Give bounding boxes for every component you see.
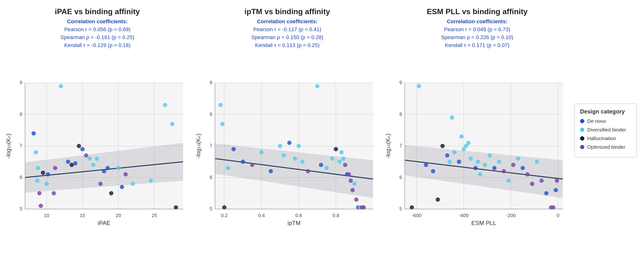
data-point <box>52 191 56 195</box>
y-tick-esmpll: 8 <box>400 112 402 117</box>
data-point <box>417 84 421 88</box>
data-point <box>555 178 559 183</box>
data-point <box>66 159 70 164</box>
data-point <box>457 159 461 164</box>
data-point <box>241 159 245 164</box>
chart-wrapper-esmpll: ESM PLL vs binding affinityCorrelation c… <box>382 5 572 256</box>
data-point <box>334 147 338 151</box>
data-point <box>84 153 88 158</box>
data-point <box>88 156 92 161</box>
data-point <box>337 159 342 164</box>
plot-area-esmpll: -600-400-200056789ESM PLL-log₁₀(Kₙ) <box>383 52 571 254</box>
data-point <box>106 166 110 170</box>
plot-area-iptm: 0.20.40.60.856789ipTM-log₁₀(Kₙ) <box>194 52 381 254</box>
data-point <box>319 163 323 167</box>
corr-line-ipae: Spearman ρ = -0.161 (p = 0.25) <box>60 34 134 40</box>
y-label-iptm: -log₁₀(Kₙ) <box>195 134 202 159</box>
corr-line-ipae: Pearson r = 0.056 (p = 0.69) <box>64 26 130 32</box>
data-point <box>315 84 319 88</box>
chart-wrapper-iptm: ipTM vs binding affinityCorrelation coef… <box>192 5 382 256</box>
data-point <box>511 163 516 167</box>
corr-line-iptm: Kendall τ = 0.113 (p = 0.25) <box>255 42 319 48</box>
data-point <box>350 188 354 192</box>
data-point <box>339 150 344 154</box>
data-point <box>102 169 106 173</box>
data-point <box>73 161 78 165</box>
data-point <box>354 197 358 202</box>
x-tick-iptm: 0.2 <box>221 213 228 218</box>
legend-title: Design category <box>580 108 631 115</box>
corr-line-iptm: Pearson r = -0.117 (p = 0.41) <box>253 26 321 32</box>
corr-block-iptm: Correlation coefficients:Pearson r = -0.… <box>251 18 323 49</box>
x-label-esmpll: ESM PLL <box>472 220 496 226</box>
y-tick-ipae: 7 <box>20 143 22 148</box>
data-point <box>452 150 457 154</box>
y-tick-ipae: 5 <box>20 206 22 211</box>
data-point <box>492 166 497 170</box>
data-point <box>348 178 353 183</box>
legend-label-optimized: Optimized binder <box>587 144 625 150</box>
data-point <box>520 166 525 170</box>
chart-svg-esmpll: -600-400-200056789ESM PLL-log₁₀(Kₙ) <box>383 52 571 254</box>
data-point <box>324 166 329 170</box>
x-label-iptm: ipTM <box>288 220 301 226</box>
x-tick-ipae: 10 <box>44 213 49 218</box>
data-point <box>37 191 42 195</box>
data-point <box>516 156 520 161</box>
y-tick-esmpll: 9 <box>400 80 402 85</box>
x-tick-iptm: 0.8 <box>332 213 339 218</box>
data-point <box>293 156 297 161</box>
y-tick-ipae: 6 <box>20 175 22 180</box>
data-point <box>232 147 236 151</box>
data-point <box>554 188 558 192</box>
data-point <box>347 172 351 177</box>
data-point <box>80 147 84 151</box>
data-point <box>170 122 174 126</box>
corr-header-esmpll: Correlation coefficients: <box>447 19 508 25</box>
y-label-esmpll: -log₁₀(Kₙ) <box>385 134 391 159</box>
data-point <box>44 182 49 186</box>
corr-line-esmpll: Spearman ρ = 0.226 (p = 0.10) <box>441 34 513 40</box>
data-point <box>431 169 435 173</box>
data-point <box>474 166 478 170</box>
data-point <box>343 163 347 167</box>
chart-title-iptm: ipTM vs binding affinity <box>244 7 330 16</box>
y-tick-esmpll: 6 <box>400 175 402 180</box>
y-label-ipae: -log₁₀(Kₙ) <box>5 134 12 159</box>
chart-title-ipae: iPAE vs binding affinity <box>55 7 140 16</box>
data-point <box>483 163 487 167</box>
legend-item-de_novo: De novo <box>580 118 631 124</box>
x-tick-esmpll: -200 <box>506 213 516 218</box>
data-point <box>259 150 264 154</box>
corr-line-esmpll: Kendall τ = 0.171 (p = 0.07) <box>445 42 509 48</box>
y-tick-ipae: 8 <box>20 112 22 117</box>
data-point <box>282 153 286 158</box>
corr-block-ipae: Correlation coefficients:Pearson r = 0.0… <box>60 18 134 49</box>
data-point <box>330 156 334 161</box>
y-tick-iptm: 9 <box>210 80 212 85</box>
x-tick-esmpll: 0 <box>557 213 560 218</box>
chart-wrapper-ipae: iPAE vs binding affinityCorrelation coef… <box>2 5 192 256</box>
data-point <box>226 166 230 170</box>
legend-item-optimized: Optimized binder <box>580 144 631 150</box>
data-point <box>352 182 356 186</box>
data-point <box>526 172 530 177</box>
legend-item-hallucination: Hallucination <box>580 136 631 141</box>
data-point <box>341 156 346 161</box>
data-point <box>300 159 304 164</box>
data-point <box>41 171 45 175</box>
data-point <box>35 178 39 183</box>
legend-dot-hallucination <box>580 136 584 141</box>
legend-dot-diversified <box>580 128 584 132</box>
corr-header-ipae: Correlation coefficients: <box>67 19 128 25</box>
legend-dot-de_novo <box>580 119 584 123</box>
legend-label-diversified: Diversified binder <box>587 127 626 133</box>
data-point <box>287 141 292 145</box>
y-tick-iptm: 8 <box>210 112 212 117</box>
data-point <box>296 144 301 148</box>
data-point <box>445 153 450 158</box>
data-point <box>436 197 440 202</box>
x-tick-ipae: 15 <box>80 213 85 218</box>
data-point <box>95 156 99 161</box>
data-point <box>459 134 464 139</box>
